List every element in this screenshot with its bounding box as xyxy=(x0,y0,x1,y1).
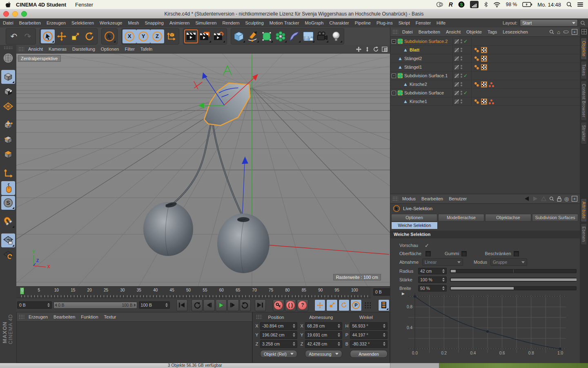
visibility-dots-toggle[interactable] xyxy=(461,65,462,70)
goto-start-button[interactable] xyxy=(176,299,187,311)
stepper-arrows[interactable] xyxy=(441,269,445,273)
app-menu-title[interactable]: CINEMA 4D Student xyxy=(16,2,66,8)
om-menu-bearbeiten[interactable]: Bearbeiten xyxy=(416,29,443,34)
abnahme-dropdown[interactable]: Linear xyxy=(422,258,463,266)
menu-fenster[interactable]: Fenster xyxy=(75,2,93,8)
om-menu-tags[interactable]: Tags xyxy=(485,29,500,34)
menu-charakter[interactable]: Charakter xyxy=(326,20,352,25)
preview-range-slider[interactable]: 0 B 100 B xyxy=(53,302,137,309)
object-row-kirsche1[interactable]: ▲Kirsche1 xyxy=(390,97,580,106)
am-history-back-icon[interactable] xyxy=(524,196,530,201)
object-row-subdivision-surface[interactable]: −Subdivision Surface✓ xyxy=(390,89,580,97)
visibility-dots-toggle[interactable] xyxy=(461,99,462,104)
viewport-menu-kameras[interactable]: Kameras xyxy=(46,47,69,52)
panel-tab-struktur[interactable]: Struktur xyxy=(581,122,586,144)
material-menu-erzeugen[interactable]: Erzeugen xyxy=(26,314,51,319)
dropdown-objekt-rel[interactable]: Objekt (Rel) xyxy=(260,350,297,358)
viewport-pan-icon[interactable] xyxy=(356,46,362,52)
om-menu-lesezeichen[interactable]: Lesezeichen xyxy=(500,29,531,34)
stepper-arrows[interactable] xyxy=(441,286,445,290)
stepper-arrows[interactable] xyxy=(291,342,295,346)
viewport-menu-optionen[interactable]: Optionen xyxy=(98,47,122,52)
camera-label[interactable]: Zentralperspektive xyxy=(18,55,61,62)
viewport-canvas[interactable] xyxy=(16,54,390,286)
radius-slider[interactable] xyxy=(450,269,577,273)
panel-grip[interactable] xyxy=(392,196,398,202)
keyframe-selection-button[interactable]: ? xyxy=(297,299,308,311)
stepper-arrows[interactable] xyxy=(441,278,445,282)
phong-tag[interactable] xyxy=(474,82,479,87)
material-list-empty[interactable] xyxy=(17,322,252,363)
am-menu-modus[interactable]: Modus xyxy=(399,196,419,201)
menu-werkzeuge[interactable]: Werkzeuge xyxy=(97,20,125,25)
viewport-menu-tafeln[interactable]: Tafeln xyxy=(138,47,155,52)
om-home-icon[interactable]: ⌂ xyxy=(557,29,560,35)
menu-mograph[interactable]: MoGraph xyxy=(302,20,327,25)
enabled-check-icon[interactable]: ✓ xyxy=(463,73,468,79)
uvw-tag[interactable] xyxy=(481,47,487,53)
viewport-menu-filter[interactable]: Filter xyxy=(122,47,137,52)
previous-key-button[interactable] xyxy=(192,299,203,311)
menubar-clock[interactable]: Mo. 14:48 xyxy=(537,2,561,8)
tab-optionen[interactable]: Optionen xyxy=(391,214,437,222)
menu-sculpting[interactable]: Sculpting xyxy=(243,20,267,25)
z-axis-lock-button[interactable]: Z xyxy=(150,29,164,43)
key-pla-toggle[interactable] xyxy=(363,300,373,311)
avira-icon[interactable]: R xyxy=(449,1,453,8)
anwenden-button[interactable]: Anwenden xyxy=(350,350,387,358)
range-right-arrow[interactable] xyxy=(134,303,136,307)
selection-tag[interactable] xyxy=(489,99,494,104)
redo-button[interactable]: ↷ xyxy=(21,29,35,43)
stepper-arrows[interactable] xyxy=(291,324,295,328)
layer-color-toggle[interactable] xyxy=(454,56,459,61)
tab-weiche-selektion[interactable]: Weiche Selektion xyxy=(391,222,438,229)
tree-expander-icon[interactable]: − xyxy=(392,39,396,44)
coordinate-system-toggle[interactable] xyxy=(164,29,178,43)
render-settings-button[interactable] xyxy=(212,29,226,43)
om-path-icon[interactable] xyxy=(563,30,569,34)
panel-grip[interactable] xyxy=(19,314,24,320)
tab-objektachse[interactable]: Objektachse xyxy=(485,214,531,222)
phong-tag[interactable] xyxy=(474,99,479,104)
breite-slider[interactable] xyxy=(450,286,577,290)
material-menu-funktion[interactable]: Funktion xyxy=(78,314,101,319)
workplane-align-button[interactable] xyxy=(1,248,15,262)
stepper-arrows[interactable] xyxy=(336,333,340,337)
uvw-tag[interactable] xyxy=(481,81,487,88)
curve-expander-arrow[interactable]: ▶ xyxy=(402,292,405,296)
material-menu-textur[interactable]: Textur xyxy=(101,314,119,319)
tree-expander-icon[interactable]: − xyxy=(392,91,396,95)
coord-field-position-z[interactable]: 3.258 cm xyxy=(260,340,297,348)
menu-fenster[interactable]: Fenster xyxy=(413,20,434,25)
object-row-st-ngel2[interactable]: ▲Stängel2 xyxy=(390,54,580,63)
tweak-mode-button[interactable] xyxy=(1,181,15,195)
visibility-dots-toggle[interactable] xyxy=(461,90,462,95)
add-spline-button[interactable] xyxy=(246,29,260,43)
timeline-ruler[interactable]: 0510152025303540455055606570758085909510… xyxy=(16,287,371,298)
visibility-dots-toggle[interactable] xyxy=(461,47,462,52)
menu-plug-ins[interactable]: Plug-ins xyxy=(374,20,396,25)
scale-tool[interactable] xyxy=(69,29,82,43)
menu-rendern[interactable]: Rendern xyxy=(219,20,242,25)
stepper-arrows[interactable] xyxy=(164,303,168,307)
model-mode-button[interactable] xyxy=(1,70,15,84)
viewport-maximize-icon[interactable] xyxy=(382,47,388,52)
workplane-mode-button[interactable] xyxy=(1,99,15,113)
viewport-zoom-icon[interactable] xyxy=(365,46,370,52)
layer-color-toggle[interactable] xyxy=(454,90,459,96)
coord-field-abmessung-z[interactable]: 42.428 cm xyxy=(305,340,342,348)
section-header[interactable]: Weiche Selektion xyxy=(390,231,580,238)
beschraenken-checkbox[interactable] xyxy=(514,251,519,256)
layer-color-toggle[interactable] xyxy=(454,73,459,79)
om-add-icon[interactable]: + xyxy=(572,29,577,35)
am-menu-bearbeiten[interactable]: Bearbeiten xyxy=(419,196,446,201)
panel-tab-takes[interactable]: Takes xyxy=(581,61,586,79)
tree-expander-icon[interactable]: − xyxy=(392,74,396,78)
spotlight-icon[interactable] xyxy=(566,1,572,8)
uvw-tag[interactable] xyxy=(481,64,487,70)
menu-selektieren[interactable]: Selektieren xyxy=(69,20,97,25)
palette-grip[interactable] xyxy=(4,46,13,49)
layer-color-toggle[interactable] xyxy=(454,39,459,44)
modus-dropdown[interactable]: Gruppe xyxy=(490,258,527,266)
menu-pipeline[interactable]: Pipeline xyxy=(352,20,374,25)
